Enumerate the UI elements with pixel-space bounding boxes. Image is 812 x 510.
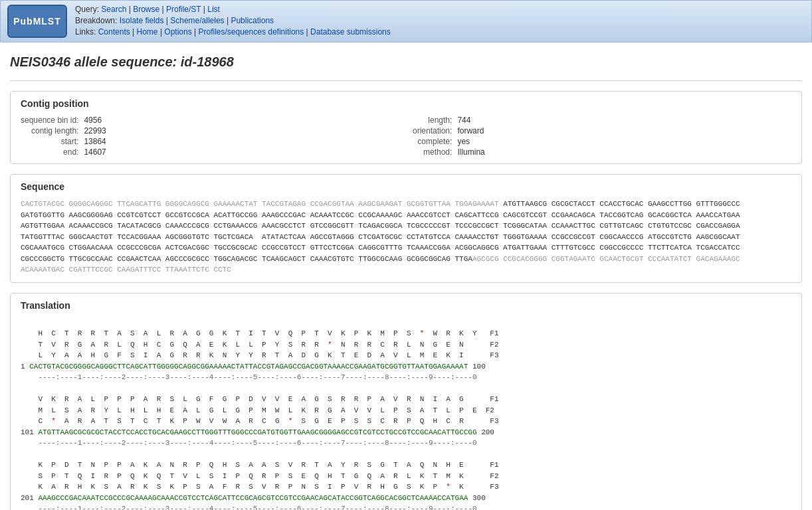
contig-length-label: contig length: <box>21 126 78 135</box>
browse-link[interactable]: Browse <box>133 5 159 14</box>
options-link[interactable]: Options <box>164 27 191 37</box>
query-nav: Query: Search | Browse | Profile/ST | Li… <box>75 5 391 14</box>
length-value: 744 <box>457 116 791 125</box>
fields-right: length: 744 orientation: forward complet… <box>413 116 791 157</box>
list-link[interactable]: List <box>207 5 220 14</box>
home-link[interactable]: Home <box>137 27 158 37</box>
profiles-sequences-link[interactable]: Profiles/sequences definitions <box>199 27 304 37</box>
profile-st-link[interactable]: Profile/ST <box>166 5 201 14</box>
translation-content: H C T R R T A S A L R A G G K T I T V Q … <box>21 317 791 511</box>
sequence-section: Sequence CACTGTACGC GGGGCAGGGC TTCAGCATT… <box>10 174 802 283</box>
contig-position-title: Contig position <box>21 98 791 109</box>
orientation-label: orientation: <box>413 126 452 135</box>
method-label: method: <box>413 147 452 157</box>
breakdown-nav: Breakdown: Isolate fields | Scheme/allel… <box>75 16 391 25</box>
page-title: NEIS0346 allele sequence: id-18968 <box>10 54 802 70</box>
translation-section: Translation H C T R R T A S A L R A G G … <box>10 293 802 511</box>
links-nav: Links: Contents | Home | Options | Profi… <box>75 27 391 37</box>
links-label: Links: <box>75 27 96 37</box>
seq-bin-id-value: 4956 <box>84 116 399 125</box>
end-value: 14607 <box>84 147 399 157</box>
fields-left: sequence bin id: 4956 contig length: 229… <box>21 116 399 157</box>
orientation-value: forward <box>457 126 791 135</box>
logo: PubMLST <box>7 5 67 38</box>
breakdown-label: Breakdown: <box>75 16 117 25</box>
fields-grid: sequence bin id: 4956 contig length: 229… <box>21 116 791 157</box>
logo-text: PubMLST <box>13 16 61 27</box>
contig-position-section: Contig position sequence bin id: 4956 co… <box>10 91 802 164</box>
query-label: Query: <box>75 5 99 14</box>
page-title-section: NEIS0346 allele sequence: id-18968 <box>10 54 802 81</box>
contents-link[interactable]: Contents <box>98 27 130 37</box>
database-submissions-link[interactable]: Database submissions <box>310 27 391 37</box>
header: PubMLST Query: Search | Browse | Profile… <box>0 0 812 42</box>
sequence-content: CACTGTACGC GGGGCAGGGC TTCAGCATTG GGGGCAG… <box>21 199 791 276</box>
end-label: end: <box>21 147 78 157</box>
contig-length-value: 22993 <box>84 126 399 135</box>
search-link[interactable]: Search <box>101 5 126 14</box>
main-content: NEIS0346 allele sequence: id-18968 Conti… <box>0 42 812 510</box>
start-value: 13864 <box>84 137 399 146</box>
complete-value: yes <box>457 137 791 146</box>
isolate-fields-link[interactable]: Isolate fields <box>120 16 164 25</box>
scheme-alleles-link[interactable]: Scheme/alleles <box>170 16 224 25</box>
method-value: Illumina <box>457 147 791 157</box>
sequence-title: Sequence <box>21 181 791 192</box>
publications-link[interactable]: Publications <box>231 16 274 25</box>
start-label: start: <box>21 137 78 146</box>
nav-area: Query: Search | Browse | Profile/ST | Li… <box>75 5 391 37</box>
complete-label: complete: <box>413 137 452 146</box>
length-label: length: <box>413 116 452 125</box>
seq-bin-id-label: sequence bin id: <box>21 116 78 125</box>
translation-title: Translation <box>21 300 791 311</box>
